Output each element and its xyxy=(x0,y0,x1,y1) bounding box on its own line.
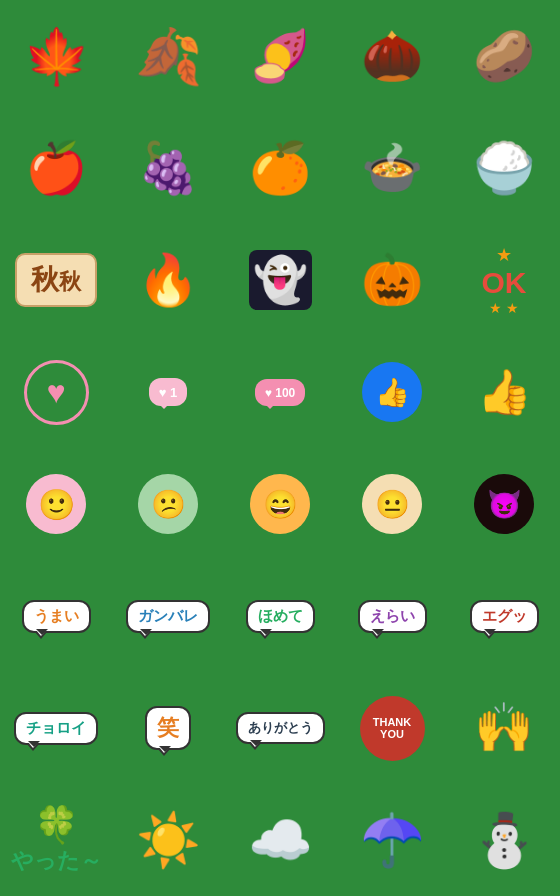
ginkgo-leaf-sticker: 🍂 xyxy=(135,29,202,83)
heart-circle-sticker: ♥ xyxy=(24,360,89,425)
cell-ganbare[interactable]: ガンバレ xyxy=(112,560,224,672)
pumpkin-sticker: 🎃 xyxy=(361,255,423,305)
cell-campfire[interactable]: 🔥 xyxy=(112,224,224,336)
snowman-sticker: ⛄ xyxy=(472,814,537,866)
cell-green-face[interactable]: 😕 xyxy=(112,448,224,560)
autumn-maple-leaf-sticker: 🍁 xyxy=(23,29,90,83)
cell-yatta[interactable]: 🍀 やった～ xyxy=(0,784,112,896)
umai-bubble-sticker: うまい xyxy=(22,600,91,633)
cell-ok[interactable]: ★ OK ★ ★ xyxy=(448,224,560,336)
erai-bubble-sticker: えらい xyxy=(358,600,427,633)
rice-bowl-sticker: 🍚 xyxy=(473,143,535,193)
yatta-clover-sticker: 🍀 やった～ xyxy=(11,804,102,876)
green-confused-sticker: 😕 xyxy=(138,474,198,534)
cell-autumn-maple-leaf[interactable]: 🍁 xyxy=(0,0,112,112)
ok-sticker: ★ OK ★ ★ xyxy=(482,244,527,316)
cell-thumbs-blue[interactable]: 👍 xyxy=(448,336,560,448)
heart-1-bubble-sticker: ♥ 1 xyxy=(149,378,188,406)
heart-100-bubble-sticker: ♥ 100 xyxy=(255,379,305,406)
cell-warai[interactable]: 笑 xyxy=(112,672,224,784)
cell-ghost[interactable]: 👻 xyxy=(224,224,336,336)
cell-grapes[interactable]: 🍇 xyxy=(112,112,224,224)
orange-happy-sticker: 😄 xyxy=(250,474,310,534)
cell-heart-100[interactable]: ♥ 100 xyxy=(224,336,336,448)
cell-heart-1[interactable]: ♥ 1 xyxy=(112,336,224,448)
thumbs-up-blue-sticker: 👍 xyxy=(477,366,532,418)
cell-pink-face[interactable]: 🙂 xyxy=(0,448,112,560)
cell-snowman[interactable]: ⛄ xyxy=(448,784,560,896)
cell-umbrella[interactable]: ☂️ xyxy=(336,784,448,896)
potato-sticker: 🥔 xyxy=(473,31,535,81)
umbrella-rain-sticker: ☂️ xyxy=(360,814,425,866)
beige-neutral-sticker: 😐 xyxy=(362,474,422,534)
cell-homete[interactable]: ほめて xyxy=(224,560,336,672)
cell-beige-face[interactable]: 😐 xyxy=(336,448,448,560)
cell-orange-face[interactable]: 😄 xyxy=(224,448,336,560)
cell-choroi[interactable]: チョロイ xyxy=(0,672,112,784)
sun-sticker: ☀️ xyxy=(136,814,201,866)
warai-bubble-sticker: 笑 xyxy=(145,706,191,750)
cell-cloud[interactable]: ☁️ xyxy=(224,784,336,896)
cell-clapping[interactable]: 🙌 xyxy=(448,672,560,784)
egu-bubble-sticker: エグッ xyxy=(470,600,539,633)
cell-sun[interactable]: ☀️ xyxy=(112,784,224,896)
dark-demon-sticker: 😈 xyxy=(474,474,534,534)
cell-hotpot[interactable]: 🍲 xyxy=(336,112,448,224)
cell-erai[interactable]: えらい xyxy=(336,560,448,672)
campfire-sticker: 🔥 xyxy=(137,255,199,305)
sticker-grid: 🍁 🍂 🍠 🌰 🥔 🍎 🍇 🍊 🍲 🍚 秋 🔥 👻 🎃 ★ xyxy=(0,0,560,896)
fb-like-sticker: 👍 xyxy=(362,362,422,422)
cell-thank-you[interactable]: THANK YOU xyxy=(336,672,448,784)
yatta-text: やった～ xyxy=(11,846,102,876)
arigatou-bubble-sticker: ありがとう xyxy=(236,712,325,744)
homete-bubble-sticker: ほめて xyxy=(246,600,315,633)
cell-umai[interactable]: うまい xyxy=(0,560,112,672)
chestnut-sticker: 🌰 xyxy=(361,31,423,81)
thank-label: THANK xyxy=(373,716,412,728)
cell-heart-circle[interactable]: ♥ xyxy=(0,336,112,448)
cell-dark-face[interactable]: 😈 xyxy=(448,448,560,560)
ghost-halloween-sticker: 👻 xyxy=(249,250,312,310)
cell-arigatou[interactable]: ありがとう xyxy=(224,672,336,784)
aki-text-sticker: 秋 xyxy=(15,253,97,307)
persimmon-sticker: 🍊 xyxy=(249,143,311,193)
cloud-sticker: ☁️ xyxy=(248,814,313,866)
cell-chestnut[interactable]: 🌰 xyxy=(336,0,448,112)
cell-persimmon[interactable]: 🍊 xyxy=(224,112,336,224)
pink-smiley-sticker: 🙂 xyxy=(26,474,86,534)
cell-ginkgo-leaf[interactable]: 🍂 xyxy=(112,0,224,112)
cell-sweet-potato[interactable]: 🍠 xyxy=(224,0,336,112)
apple-sticker: 🍎 xyxy=(25,143,87,193)
thank-you-sticker: THANK YOU xyxy=(360,696,425,761)
choroi-bubble-sticker: チョロイ xyxy=(14,712,98,745)
cell-egu[interactable]: エグッ xyxy=(448,560,560,672)
cell-aki[interactable]: 秋 xyxy=(0,224,112,336)
cell-pumpkin[interactable]: 🎃 xyxy=(336,224,448,336)
cell-rice-bowl[interactable]: 🍚 xyxy=(448,112,560,224)
clapping-sticker: 🙌 xyxy=(474,704,534,752)
hotpot-sticker: 🍲 xyxy=(361,143,423,193)
cell-fb-like[interactable]: 👍 xyxy=(336,336,448,448)
you-label: YOU xyxy=(380,728,404,740)
cell-potato[interactable]: 🥔 xyxy=(448,0,560,112)
sweet-potato-sticker: 🍠 xyxy=(249,31,311,81)
cell-apple[interactable]: 🍎 xyxy=(0,112,112,224)
ganbare-bubble-sticker: ガンバレ xyxy=(126,600,210,633)
grapes-sticker: 🍇 xyxy=(137,143,199,193)
